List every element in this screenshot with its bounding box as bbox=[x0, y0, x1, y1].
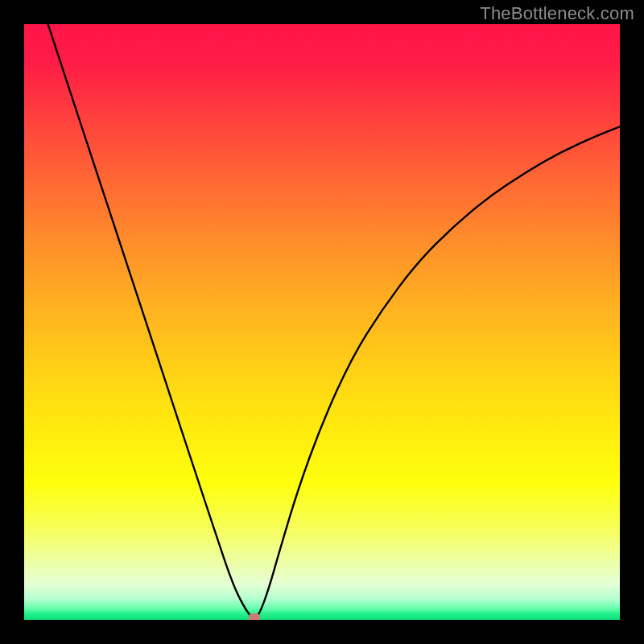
plot-area bbox=[24, 24, 620, 620]
minimum-marker bbox=[249, 613, 260, 620]
bottleneck-curve bbox=[24, 24, 620, 620]
watermark-text: TheBottleneck.com bbox=[480, 3, 634, 24]
chart-frame: TheBottleneck.com bbox=[0, 0, 644, 644]
